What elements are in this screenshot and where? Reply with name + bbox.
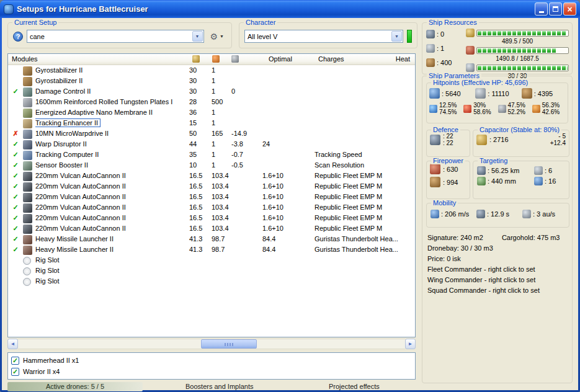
sensor-strength-value: : 16	[545, 177, 556, 185]
fleet-commander-slot[interactable]: Fleet Commander - right click to set	[427, 264, 568, 275]
max-velocity-value: : 206 m/s	[441, 210, 469, 218]
drone-row[interactable]: Warrior II x4	[11, 366, 412, 377]
module-row[interactable]: 220mm Vulcan AutoCannon II 16.5 103.4 1.…	[8, 213, 415, 223]
character-label: Character	[244, 19, 277, 26]
drone-name: Warrior II x4	[23, 368, 60, 375]
close-button[interactable]: ×	[563, 2, 576, 16]
modules-table-header[interactable]: Modules Optimal Charges Heat	[8, 54, 415, 65]
module-row[interactable]: Rig Slot	[8, 255, 415, 265]
setup-combobox[interactable]: cane ▼	[27, 30, 204, 43]
minimize-button[interactable]	[535, 2, 548, 16]
module-row[interactable]: Rig Slot	[8, 276, 415, 287]
module-status-icon[interactable]	[8, 171, 23, 181]
window-title: Setups for Hurricane Battlecruiser	[17, 4, 148, 14]
capacitor-column-icon[interactable]	[231, 55, 239, 63]
projected-effects-header[interactable]: Projected effects	[329, 383, 380, 390]
squad-commander-slot[interactable]: Squad Commander - right click to set	[427, 285, 568, 296]
module-type-icon	[23, 214, 32, 223]
cpu-icon	[466, 29, 475, 37]
hitpoints-label: Hitpoints (Effective HP: 45,696)	[431, 79, 530, 86]
module-status-icon[interactable]	[8, 213, 23, 223]
module-status-icon[interactable]	[8, 223, 23, 234]
setup-combo-arrow-icon[interactable]: ▼	[192, 31, 203, 42]
module-status-icon[interactable]	[8, 234, 23, 244]
maximize-button[interactable]	[549, 2, 562, 16]
powergrid-usage-text: 1490.8 / 1687.5	[466, 55, 569, 63]
active-drones-header[interactable]: Active drones: 5 / 5	[7, 382, 143, 391]
character-combobox[interactable]: All level V ▼	[244, 30, 403, 43]
module-name: 220mm Vulcan AutoCannon II	[35, 182, 126, 190]
shield-resist-value: 47.5%	[508, 102, 525, 109]
setup-tools-button[interactable]: ⚙ ▼	[208, 32, 227, 42]
module-cpu-value: 16.5	[188, 181, 210, 192]
module-row[interactable]: Damage Control II 30 1 0	[8, 86, 415, 97]
character-combo-arrow-icon[interactable]: ▼	[391, 31, 402, 42]
module-row[interactable]: 220mm Vulcan AutoCannon II 16.5 103.4 1.…	[8, 192, 415, 202]
shield-hp-value: : 5640	[442, 90, 461, 97]
module-optimal-value: 1.6+10	[261, 181, 313, 192]
module-row[interactable]: 1600mm Reinforced Rolled Tungsten Plates…	[8, 97, 415, 107]
modules-column-header[interactable]: Modules	[12, 55, 38, 63]
drone-bandwidth-bar	[476, 65, 569, 71]
module-status-icon[interactable]	[8, 160, 23, 171]
module-row[interactable]: 220mm Vulcan AutoCannon II 16.5 103.4 1.…	[8, 223, 415, 234]
module-row[interactable]: Sensor Booster II 10 1 -0.5 Scan Resolut…	[8, 160, 415, 171]
title-bar[interactable]: Setups for Hurricane Battlecruiser ×	[0, 0, 580, 18]
scrollbar-thumb[interactable]	[201, 339, 257, 349]
module-status-icon[interactable]	[8, 244, 23, 255]
targeting-range-icon	[477, 166, 486, 175]
module-powergrid-value: 1	[210, 65, 230, 76]
module-row[interactable]: Tracking Computer II 35 1 -0.7 Tracking …	[8, 149, 415, 160]
scrollbar-track[interactable]	[18, 339, 405, 349]
module-row[interactable]: Gyrostabilizer II 30 1	[8, 65, 415, 76]
module-type-icon	[23, 225, 32, 234]
drones-panel: Hammerhead II x1 Warrior II x4	[7, 352, 416, 380]
module-status-icon[interactable]	[8, 149, 23, 160]
scroll-right-button[interactable]: ►	[405, 339, 416, 349]
module-row[interactable]: 220mm Vulcan AutoCannon II 16.5 103.4 1.…	[8, 181, 415, 192]
module-charge: Scan Resolution	[313, 160, 400, 171]
minimize-icon	[539, 11, 544, 13]
boosters-implants-header[interactable]: Boosters and Implants	[185, 383, 253, 390]
module-status-icon[interactable]	[8, 202, 23, 213]
module-cpu-value: 16.5	[188, 192, 210, 202]
module-name: Sensor Booster II	[35, 161, 88, 169]
module-type-icon	[23, 278, 31, 286]
module-status-icon[interactable]	[8, 86, 23, 97]
module-row[interactable]: Energized Adaptive Nano Membrane II 36 1	[8, 107, 415, 118]
powergrid-column-icon[interactable]	[212, 55, 220, 63]
charges-column-header[interactable]: Charges	[318, 55, 344, 63]
module-row[interactable]: Gyrostabilizer II 30 1	[8, 76, 415, 86]
module-row[interactable]: Tracking Enhancer II 15 1	[8, 118, 415, 128]
module-row[interactable]: 10MN MicroWarpdrive II 50 165 -14.9	[8, 128, 415, 139]
drone-checkbox[interactable]	[11, 368, 19, 376]
module-row[interactable]: 220mm Vulcan AutoCannon II 16.5 103.4 1.…	[8, 171, 415, 181]
wing-commander-slot[interactable]: Wing Commander - right click to set	[427, 275, 568, 285]
horizontal-scrollbar[interactable]: ◄ ►	[7, 339, 416, 349]
module-status-icon[interactable]	[8, 192, 23, 202]
cpu-column-icon[interactable]	[192, 55, 200, 63]
scan-resolution-value: : 440 mm	[488, 177, 516, 185]
scroll-left-button[interactable]: ◄	[7, 339, 18, 349]
module-row[interactable]: Heavy Missile Launcher II 41.3 98.7 84.4…	[8, 244, 415, 255]
module-row[interactable]: Heavy Missile Launcher II 41.3 98.7 84.4…	[8, 234, 415, 244]
drone-row[interactable]: Hammerhead II x1	[11, 355, 412, 366]
module-row[interactable]: 220mm Vulcan AutoCannon II 16.5 103.4 1.…	[8, 202, 415, 213]
module-status-icon[interactable]	[8, 139, 23, 149]
module-cpu-value: 35	[188, 149, 210, 160]
module-cpu-value: 16.5	[188, 202, 210, 213]
module-capacitor-value: -0.7	[230, 149, 261, 160]
module-row[interactable]: Warp Disruptor II 44 1 -3.8 24	[8, 139, 415, 149]
current-setup-group: Current Setup ? cane ▼ ⚙ ▼	[7, 22, 232, 48]
help-icon[interactable]: ?	[13, 32, 23, 42]
module-type-icon	[23, 172, 32, 181]
drone-checkbox[interactable]	[11, 357, 19, 365]
module-cpu-value: 30	[188, 65, 210, 76]
module-row[interactable]: Rig Slot	[8, 265, 415, 276]
module-status-icon[interactable]	[8, 128, 23, 139]
heat-column-header[interactable]: Heat	[396, 55, 410, 63]
module-status-icon[interactable]	[8, 181, 23, 192]
optimal-column-header[interactable]: Optimal	[269, 55, 292, 63]
module-name: Damage Control II	[35, 87, 91, 95]
module-capacitor-value: 0	[230, 86, 261, 97]
